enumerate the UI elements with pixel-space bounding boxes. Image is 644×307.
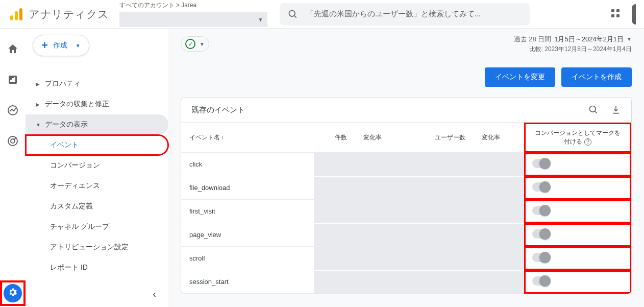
conversion-toggle[interactable]: [532, 229, 550, 239]
svg-line-13: [595, 111, 597, 113]
table-row: page_view: [181, 223, 631, 247]
cell-count: [314, 270, 406, 294]
admin-settings-button[interactable]: [2, 282, 23, 304]
advertising-icon[interactable]: [7, 135, 19, 147]
app-header: アナリティクス すべてのアカウント > Jarea ▼ 「先週の米国からのユーザ…: [0, 0, 644, 29]
svg-point-12: [590, 106, 596, 112]
cell-users: [406, 270, 524, 294]
plus-icon: +: [41, 39, 48, 52]
caret-right-icon: ▶: [36, 102, 45, 107]
conversion-toggle[interactable]: [532, 276, 550, 286]
date-range-picker[interactable]: 過去 28 日間 1月5日～2024年2月1日 ▼ 比較: 2023年12月8日…: [514, 35, 632, 54]
svg-rect-0: [10, 15, 13, 20]
nav-item-2[interactable]: ▼データの表示: [26, 114, 168, 135]
cell-conversion-toggle: [524, 176, 631, 200]
download-icon[interactable]: [611, 105, 621, 115]
cell-conversion-toggle: [524, 247, 631, 270]
events-table: イベント名↑ 件数 変化率 ユーザー数 変化率 コンバージョンとしてマークを付け…: [181, 123, 631, 294]
cell-users: [406, 153, 524, 176]
cell-event-name[interactable]: page_view: [181, 223, 314, 247]
cell-count: [314, 200, 406, 223]
nav-subitem-4[interactable]: チャネル グループ: [26, 217, 168, 237]
nav-subitem-6[interactable]: レポート ID: [26, 257, 168, 278]
cell-conversion-toggle: [524, 153, 631, 176]
nav-subitem-3[interactable]: カスタム定義: [26, 196, 168, 217]
cell-count: [314, 223, 406, 247]
nav-item-0[interactable]: ▶プロパティ: [26, 74, 168, 94]
conversion-toggle[interactable]: [532, 253, 550, 262]
search-icon[interactable]: [588, 105, 599, 115]
caret-down-icon: ▼: [627, 36, 632, 42]
cell-users: [406, 223, 524, 247]
conversion-toggle[interactable]: [532, 206, 550, 215]
cell-conversion-toggle: [524, 200, 631, 223]
conversion-toggle[interactable]: [532, 182, 550, 192]
cell-event-name[interactable]: session_start: [181, 270, 314, 294]
nav-subitem-2[interactable]: オーディエンス: [26, 176, 168, 196]
svg-line-4: [294, 15, 296, 17]
apps-icon[interactable]: [611, 9, 622, 19]
cell-event-name[interactable]: click: [181, 153, 314, 176]
caret-right-icon: ▶: [36, 81, 45, 87]
table-row: first_visit: [181, 200, 631, 223]
create-event-button[interactable]: イベントを作成: [561, 67, 632, 87]
cell-users: [406, 200, 524, 223]
analytics-logo-icon: [8, 6, 24, 22]
nav-item-1[interactable]: ▶データの収集と修正: [26, 94, 168, 114]
product-title: アナリティクス: [29, 7, 109, 21]
search-icon: [288, 9, 298, 19]
nav-item-label: プロパティ: [45, 79, 81, 88]
account-selector[interactable]: すべてのアカウント > Jarea ▼: [119, 1, 267, 27]
nav-item-label: データの表示: [45, 120, 88, 129]
reports-icon[interactable]: [7, 74, 19, 86]
collapse-nav-button[interactable]: ‹: [153, 288, 156, 300]
help-icon[interactable]: ?: [584, 138, 591, 146]
nav-subitem-0[interactable]: イベント: [26, 135, 168, 155]
col-event-name[interactable]: イベント名↑: [181, 123, 314, 153]
cell-conversion-toggle: [524, 270, 631, 294]
search-placeholder: 「先週の米国からのユーザー数」と検索してみて...: [306, 9, 481, 19]
card-title: 既存のイベント: [191, 105, 245, 115]
cell-users: [406, 247, 524, 270]
col-users[interactable]: ユーザー数: [406, 123, 474, 153]
cell-count: [314, 247, 406, 270]
status-chip[interactable]: ✓ ▼: [181, 36, 209, 52]
svg-rect-2: [19, 8, 22, 20]
table-row: scroll: [181, 247, 631, 270]
conversion-toggle[interactable]: [532, 159, 550, 168]
secondary-nav: + 作成 ▼ ▶プロパティ▶データの収集と修正▼データの表示イベントコンバージョ…: [26, 29, 168, 307]
cell-event-name[interactable]: scroll: [181, 247, 314, 270]
create-button[interactable]: + 作成 ▼: [33, 35, 89, 56]
nav-subitem-5[interactable]: アトリビューション設定: [26, 237, 168, 257]
home-icon[interactable]: [7, 43, 19, 55]
svg-point-3: [289, 10, 295, 16]
svg-rect-1: [15, 11, 18, 20]
cell-count: [314, 153, 406, 176]
cell-users: [406, 176, 524, 200]
avatar[interactable]: [632, 4, 636, 25]
modify-event-button[interactable]: イベントを変更: [485, 67, 555, 87]
caret-down-icon: ▼: [76, 43, 81, 49]
caret-down-icon: ▼: [200, 41, 205, 47]
main-content: ✓ ▼ 過去 28 日間 1月5日～2024年2月1日 ▼ 比較: 2023年1…: [168, 29, 644, 307]
sort-asc-icon: ↑: [221, 134, 224, 140]
col-count-change[interactable]: 変化率: [355, 123, 406, 153]
cell-conversion-toggle: [524, 223, 631, 247]
left-rail: [0, 29, 26, 307]
col-count[interactable]: 件数: [314, 123, 355, 153]
svg-rect-8: [14, 77, 15, 82]
gear-icon: [8, 287, 18, 299]
cell-event-name[interactable]: first_visit: [181, 200, 314, 223]
explore-icon[interactable]: [7, 104, 19, 116]
cell-count: [314, 176, 406, 200]
nav-item-label: データの収集と修正: [45, 100, 109, 109]
search-input[interactable]: 「先週の米国からのユーザー数」と検索してみて...: [280, 3, 530, 26]
nav-subitem-1[interactable]: コンバージョン: [26, 155, 168, 176]
table-row: file_download: [181, 176, 631, 200]
svg-rect-7: [12, 78, 14, 82]
col-users-change[interactable]: 変化率: [474, 123, 524, 153]
cell-event-name[interactable]: file_download: [181, 176, 314, 200]
table-row: click: [181, 153, 631, 176]
caret-down-icon: ▼: [258, 17, 263, 22]
breadcrumb: すべてのアカウント > Jarea: [119, 1, 267, 10]
